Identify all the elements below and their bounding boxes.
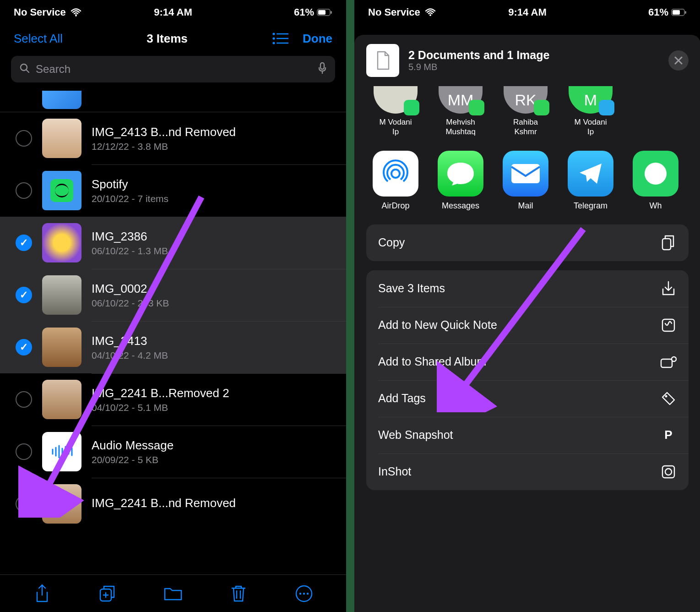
selection-checkbox[interactable] bbox=[16, 496, 32, 512]
file-name: Audio Message bbox=[92, 438, 335, 453]
action-label: Copy bbox=[378, 236, 405, 249]
duplicate-button[interactable] bbox=[97, 583, 119, 605]
svg-point-36 bbox=[645, 163, 667, 185]
svg-rect-30 bbox=[673, 10, 680, 15]
copy-action[interactable]: Copy bbox=[366, 224, 689, 261]
download-icon bbox=[660, 280, 677, 297]
search-icon bbox=[19, 63, 30, 76]
action-download[interactable]: Save 3 Items bbox=[366, 270, 689, 307]
inshot-icon bbox=[660, 464, 677, 480]
action-p[interactable]: Web SnapshotP bbox=[366, 417, 689, 454]
action-label: Add to Shared Album bbox=[378, 355, 486, 368]
list-view-toggle-icon[interactable] bbox=[271, 32, 289, 45]
svg-rect-39 bbox=[661, 359, 672, 367]
app-name: Telegram bbox=[561, 201, 620, 211]
telegram-badge-icon bbox=[599, 100, 614, 115]
file-row[interactable]: IMG_2241 B...Removed 204/10/22 - 5.1 MB bbox=[0, 373, 346, 426]
app-item[interactable]: Mail bbox=[496, 151, 555, 211]
file-row[interactable]: IMG_2241 B...nd Removed bbox=[0, 478, 346, 530]
search-input[interactable] bbox=[36, 63, 312, 76]
selection-checkbox[interactable] bbox=[16, 391, 32, 408]
svg-point-25 bbox=[303, 592, 305, 594]
mic-icon[interactable] bbox=[318, 62, 327, 76]
done-button[interactable]: Done bbox=[303, 32, 332, 46]
share-subtitle: 5.9 MB bbox=[408, 62, 659, 72]
action-note[interactable]: Add to New Quick Note bbox=[366, 307, 689, 344]
file-meta: 06/10/22 - 1.3 MB bbox=[92, 246, 335, 257]
file-name: IMG_2386 bbox=[92, 230, 335, 244]
close-button[interactable] bbox=[668, 50, 689, 71]
tag-icon bbox=[660, 390, 677, 407]
file-name: IMG_0002 bbox=[92, 282, 335, 296]
selection-checkbox[interactable] bbox=[16, 130, 32, 147]
selection-checkbox[interactable] bbox=[16, 287, 32, 303]
mail-app-icon bbox=[503, 151, 548, 197]
svg-point-43 bbox=[665, 469, 672, 475]
wifi-icon bbox=[71, 8, 81, 16]
file-row[interactable]: IMG_2413 B...nd Removed12/12/22 - 3.8 MB bbox=[0, 112, 346, 164]
action-album[interactable]: Add to Shared Album bbox=[366, 344, 689, 380]
move-button[interactable] bbox=[162, 583, 184, 605]
search-bar[interactable] bbox=[11, 56, 335, 82]
svg-rect-38 bbox=[662, 319, 674, 331]
bottom-toolbar bbox=[0, 574, 346, 612]
file-meta: 04/10/22 - 4.2 MB bbox=[92, 350, 335, 361]
action-tag[interactable]: Add Tags bbox=[366, 380, 689, 417]
selection-checkbox[interactable] bbox=[16, 182, 32, 199]
app-item[interactable]: Messages bbox=[431, 151, 490, 211]
imsg-badge-icon bbox=[534, 100, 549, 115]
contact-name: M VodaniIp bbox=[561, 117, 620, 137]
whatsapp-badge-icon bbox=[404, 100, 419, 115]
svg-rect-37 bbox=[662, 239, 671, 250]
app-row[interactable]: AirDropMessagesMailTelegramWh bbox=[354, 151, 700, 224]
svg-point-34 bbox=[391, 169, 400, 178]
contact-name: RahibaKshmr bbox=[496, 117, 555, 137]
album-icon bbox=[660, 354, 677, 370]
file-thumbnail bbox=[42, 119, 81, 158]
document-thumb-icon bbox=[366, 44, 399, 77]
action-inshot[interactable]: InShot bbox=[366, 454, 689, 490]
contact-item[interactable]: MM VodaniIp bbox=[561, 86, 620, 137]
file-row[interactable]: IMG_238606/10/22 - 1.3 MB bbox=[0, 217, 346, 269]
file-row[interactable]: Spotify20/10/22 - 7 items bbox=[0, 164, 346, 217]
file-list[interactable]: IMG_2413 B...nd Removed12/12/22 - 3.8 MB… bbox=[0, 91, 346, 530]
avatar bbox=[374, 86, 418, 114]
contact-item[interactable]: M VodaniIp bbox=[366, 86, 425, 137]
action-label: Web Snapshot bbox=[378, 428, 453, 442]
file-meta: 20/10/22 - 7 items bbox=[92, 193, 335, 204]
file-row[interactable]: IMG_000206/10/22 - 273 KB bbox=[0, 269, 346, 321]
status-time: 9:14 AM bbox=[508, 6, 547, 18]
file-meta: 20/09/22 - 5 KB bbox=[92, 454, 335, 465]
app-item[interactable]: AirDrop bbox=[366, 151, 425, 211]
file-row[interactable]: IMG_241304/10/22 - 4.2 MB bbox=[0, 321, 346, 373]
share-title: 2 Documents and 1 Image bbox=[408, 49, 659, 62]
svg-point-24 bbox=[299, 592, 301, 594]
contact-row[interactable]: M VodaniIpMMMehvishMushtaqRKRahibaKshmrM… bbox=[354, 86, 700, 151]
file-row[interactable]: Audio Message20/09/22 - 5 KB bbox=[0, 426, 346, 478]
left-phone: No Service 9:14 AM 61% Select All 3 Item… bbox=[0, 0, 346, 612]
selection-checkbox[interactable] bbox=[16, 339, 32, 355]
share-button[interactable] bbox=[31, 583, 53, 605]
app-item[interactable]: Telegram bbox=[561, 151, 620, 211]
select-all-button[interactable]: Select All bbox=[14, 32, 63, 46]
file-meta: 04/10/22 - 5.1 MB bbox=[92, 402, 335, 413]
share-header: 2 Documents and 1 Image 5.9 MB bbox=[354, 44, 700, 86]
selection-checkbox[interactable] bbox=[16, 235, 32, 251]
contact-item[interactable]: RKRahibaKshmr bbox=[496, 86, 555, 137]
copy-icon bbox=[660, 235, 677, 251]
svg-rect-31 bbox=[685, 11, 686, 14]
delete-button[interactable] bbox=[228, 583, 250, 605]
file-thumbnail bbox=[42, 275, 81, 315]
file-name: IMG_2241 B...Removed 2 bbox=[92, 386, 335, 400]
action-label: Save 3 Items bbox=[378, 282, 445, 295]
contact-item[interactable]: MMMehvishMushtaq bbox=[431, 86, 490, 137]
action-label: Add to New Quick Note bbox=[378, 318, 497, 332]
app-item[interactable]: Wh bbox=[626, 151, 685, 211]
right-phone: No Service 9:14 AM 61% 2 Documents and 1… bbox=[354, 0, 700, 612]
more-button[interactable] bbox=[293, 583, 315, 605]
selection-checkbox[interactable] bbox=[16, 443, 32, 460]
status-time: 9:14 AM bbox=[154, 6, 192, 18]
file-thumbnail bbox=[42, 328, 81, 367]
file-thumbnail bbox=[42, 223, 81, 262]
svg-point-41 bbox=[665, 395, 667, 397]
